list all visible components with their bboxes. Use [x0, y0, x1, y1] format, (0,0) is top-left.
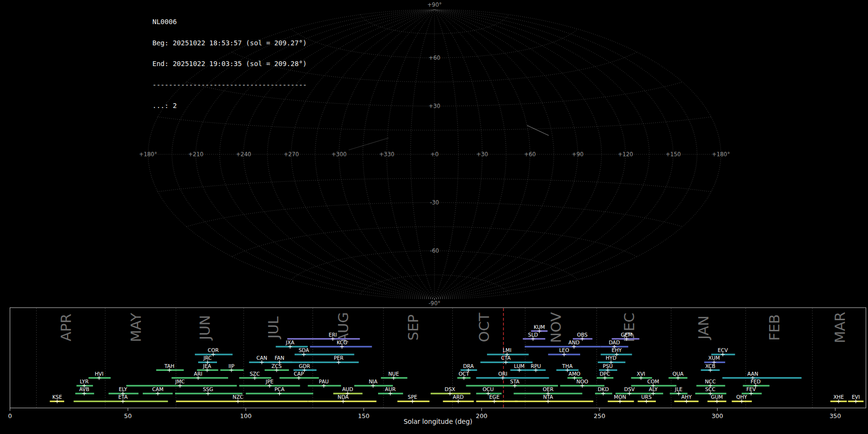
sky-meridian: [434, 10, 506, 299]
shower-peak-marker: [275, 368, 279, 372]
shower-peak-marker: [715, 399, 719, 403]
shower-label: EHY: [611, 347, 622, 353]
sky-parallel: [360, 275, 508, 294]
shower-peak-marker: [236, 399, 240, 403]
month-label: FEB: [766, 314, 783, 341]
sky-lon-label: +120: [618, 151, 633, 158]
shower-bar: [722, 377, 801, 379]
shower-peak-marker: [676, 376, 680, 380]
shower-label: JMC: [175, 379, 185, 384]
shower-peak-marker: [501, 376, 505, 380]
sky-lat-label: +60: [429, 54, 440, 61]
shower-label: FAN: [275, 355, 285, 361]
shower-peak-marker: [388, 392, 392, 395]
shower-peak-marker: [504, 360, 508, 364]
shower-label: DPC: [600, 371, 610, 377]
sky-lon-label: +90: [572, 151, 583, 158]
month-label: JUN: [197, 315, 213, 340]
shower-peak-marker: [410, 399, 414, 403]
shower-label: GEM: [621, 332, 632, 338]
shower-peak-marker: [341, 399, 345, 403]
shower-label: AND: [569, 339, 580, 345]
shower-peak-marker: [581, 337, 584, 341]
shower-label: JPE: [265, 379, 273, 384]
shower-label: LUM: [514, 363, 525, 369]
shower-label: NUE: [388, 371, 399, 377]
shower-label: AUR: [385, 386, 395, 392]
shower-label: HVI: [95, 371, 103, 377]
month-label: DEC: [621, 313, 637, 342]
sky-lon-label: +0: [431, 151, 439, 158]
month-label: MAY: [128, 313, 144, 342]
unassociated-count: ...: 2: [152, 102, 307, 109]
shower-peak-marker: [82, 392, 86, 395]
shower-label: GUM: [711, 394, 723, 400]
x-tick-label: 0: [8, 412, 12, 420]
begin-time-line: Beg: 20251022 18:53:57 (sol = 209.27°): [152, 40, 307, 47]
shower-label: HYD: [606, 355, 616, 361]
shower-label: PAU: [319, 379, 329, 384]
shower-label: SDA: [298, 347, 310, 353]
shower-label: AUD: [342, 386, 353, 392]
shower-label: RPU: [530, 363, 541, 369]
sky-meridian: [434, 10, 650, 299]
shower-peak-marker: [302, 353, 306, 356]
shower-label: MON: [614, 394, 626, 400]
sky-lon-label: +180°: [139, 151, 157, 158]
shower-bar: [283, 362, 359, 363]
sky-lon-label: +30: [476, 151, 488, 158]
shower-label: PER: [334, 355, 343, 361]
sky-lon-label: +330: [379, 151, 394, 158]
shower-label: JXA: [285, 339, 295, 345]
shower-peak-marker: [721, 353, 725, 356]
shower-peak-marker: [448, 392, 452, 395]
shower-peak-marker: [531, 337, 535, 341]
shower-label: FED: [751, 379, 761, 384]
shower-peak-marker: [618, 399, 622, 403]
shower-peak-marker: [371, 384, 375, 388]
end-time-line: End: 20251022 19:03:35 (sol = 209.28°): [152, 60, 307, 68]
shower-label: XCB: [705, 363, 716, 369]
shower-label: AHY: [681, 394, 692, 400]
x-tick-label: 100: [240, 412, 252, 420]
shower-peak-marker: [538, 329, 542, 333]
shower-label: URS: [641, 394, 652, 400]
shower-peak-marker: [740, 399, 744, 403]
shower-peak-marker: [288, 345, 292, 349]
shower-label: SCC: [705, 386, 715, 392]
shower-label: XUM: [708, 355, 720, 361]
shower-label: ZCS: [271, 363, 282, 369]
station-id: NL0006: [152, 18, 307, 26]
shower-label: CAN: [257, 355, 267, 361]
shower-label: AAN: [747, 371, 759, 377]
shower-bar: [476, 401, 517, 402]
shower-label: DRA: [463, 363, 474, 369]
shower-peak-marker: [322, 384, 326, 388]
shower-label: STA: [510, 379, 520, 384]
shower-label: OCT: [459, 371, 470, 377]
shower-label: TAH: [164, 363, 175, 369]
shower-label: THA: [562, 363, 573, 369]
shower-label: CAM: [152, 386, 164, 392]
shower-label: JLE: [675, 386, 683, 392]
shower-label: NTA: [543, 394, 553, 400]
shower-label: PSU: [603, 363, 613, 369]
shower-label: KCG: [337, 339, 347, 345]
shower-peak-marker: [253, 376, 257, 380]
sky-lon-label: +150: [665, 151, 681, 158]
shower-peak-marker: [462, 376, 466, 380]
shower-peak-marker: [55, 399, 59, 403]
shower-peak-marker: [534, 368, 538, 372]
shower-peak-marker: [639, 376, 643, 380]
shower-label: ARI: [194, 371, 203, 377]
shower-label: JEA: [203, 363, 212, 369]
meteor-trail: [349, 138, 389, 150]
shower-label: OBS: [577, 332, 588, 338]
shower-label: SPE: [408, 394, 418, 400]
shower-peak-marker: [121, 399, 125, 403]
shower-label: XHE: [833, 394, 844, 400]
shower-peak-marker: [278, 392, 282, 395]
sky-meridian: [434, 10, 482, 299]
shower-peak-marker: [392, 376, 395, 380]
shower-bar: [176, 401, 308, 402]
